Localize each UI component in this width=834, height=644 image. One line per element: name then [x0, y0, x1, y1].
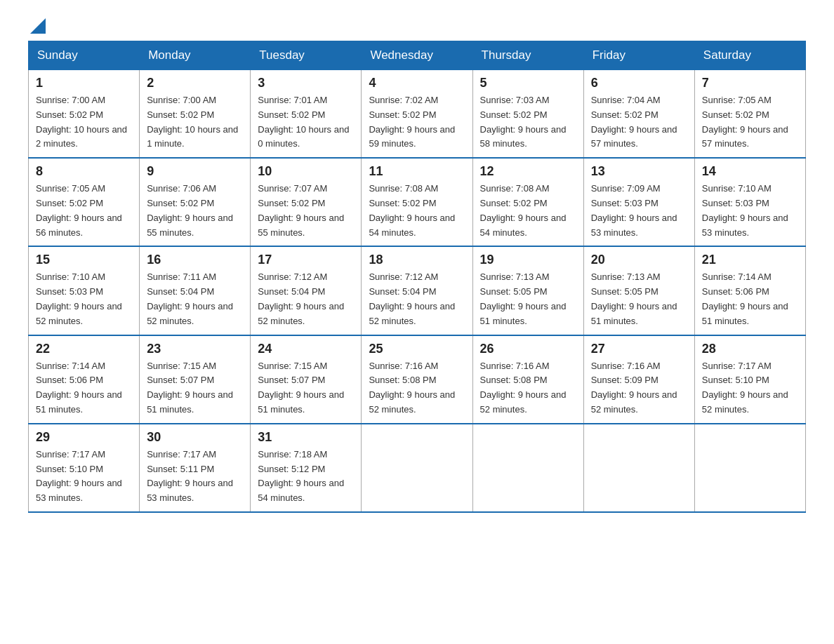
day-number: 31 [258, 430, 354, 445]
day-info: Sunrise: 7:05 AMSunset: 5:02 PMDaylight:… [702, 93, 798, 152]
day-number: 12 [480, 164, 576, 179]
day-info: Sunrise: 7:02 AMSunset: 5:02 PMDaylight:… [369, 93, 465, 152]
calendar-cell [583, 424, 694, 512]
day-number: 13 [591, 164, 687, 179]
day-number: 3 [258, 76, 354, 90]
calendar-cell: 19 Sunrise: 7:13 AMSunset: 5:05 PMDaylig… [472, 246, 583, 335]
calendar-cell: 8 Sunrise: 7:05 AMSunset: 5:02 PMDayligh… [29, 158, 140, 246]
header-tuesday: Tuesday [251, 41, 362, 70]
week-row-3: 15 Sunrise: 7:10 AMSunset: 5:03 PMDaylig… [29, 246, 806, 335]
calendar-cell [694, 424, 805, 512]
day-info: Sunrise: 7:11 AMSunset: 5:04 PMDaylight:… [147, 270, 243, 328]
calendar-cell: 16 Sunrise: 7:11 AMSunset: 5:04 PMDaylig… [140, 246, 251, 335]
calendar-cell: 27 Sunrise: 7:16 AMSunset: 5:09 PMDaylig… [583, 335, 694, 424]
page-header [28, 21, 806, 34]
day-number: 15 [36, 253, 132, 267]
svg-marker-0 [30, 18, 46, 34]
day-info: Sunrise: 7:16 AMSunset: 5:09 PMDaylight:… [591, 359, 687, 417]
day-number: 20 [591, 253, 687, 267]
day-number: 10 [258, 164, 354, 179]
week-row-1: 1 Sunrise: 7:00 AMSunset: 5:02 PMDayligh… [29, 70, 806, 159]
day-number: 23 [147, 342, 243, 356]
week-row-5: 29 Sunrise: 7:17 AMSunset: 5:10 PMDaylig… [29, 424, 806, 512]
day-info: Sunrise: 7:12 AMSunset: 5:04 PMDaylight:… [369, 270, 465, 328]
calendar-table: SundayMondayTuesdayWednesdayThursdayFrid… [28, 41, 806, 513]
calendar-cell: 12 Sunrise: 7:08 AMSunset: 5:02 PMDaylig… [472, 158, 583, 246]
day-info: Sunrise: 7:10 AMSunset: 5:03 PMDaylight:… [702, 182, 798, 240]
calendar-cell: 21 Sunrise: 7:14 AMSunset: 5:06 PMDaylig… [694, 246, 805, 335]
header-thursday: Thursday [472, 41, 583, 70]
calendar-cell: 5 Sunrise: 7:03 AMSunset: 5:02 PMDayligh… [472, 70, 583, 159]
day-info: Sunrise: 7:09 AMSunset: 5:03 PMDaylight:… [591, 182, 687, 240]
day-info: Sunrise: 7:15 AMSunset: 5:07 PMDaylight:… [258, 359, 354, 417]
day-number: 19 [480, 253, 576, 267]
day-number: 6 [591, 76, 687, 90]
day-number: 24 [258, 342, 354, 356]
day-info: Sunrise: 7:04 AMSunset: 5:02 PMDaylight:… [591, 93, 687, 152]
calendar-cell: 11 Sunrise: 7:08 AMSunset: 5:02 PMDaylig… [362, 158, 472, 246]
day-number: 25 [369, 342, 465, 356]
calendar-header-row: SundayMondayTuesdayWednesdayThursdayFrid… [29, 41, 806, 70]
calendar-cell: 17 Sunrise: 7:12 AMSunset: 5:04 PMDaylig… [251, 246, 362, 335]
day-info: Sunrise: 7:08 AMSunset: 5:02 PMDaylight:… [369, 182, 465, 240]
day-info: Sunrise: 7:17 AMSunset: 5:10 PMDaylight:… [36, 448, 132, 506]
day-info: Sunrise: 7:17 AMSunset: 5:11 PMDaylight:… [147, 448, 243, 506]
calendar-cell: 3 Sunrise: 7:01 AMSunset: 5:02 PMDayligh… [251, 70, 362, 159]
calendar-cell: 10 Sunrise: 7:07 AMSunset: 5:02 PMDaylig… [251, 158, 362, 246]
day-number: 8 [36, 164, 132, 179]
day-info: Sunrise: 7:07 AMSunset: 5:02 PMDaylight:… [258, 182, 354, 240]
calendar-cell: 15 Sunrise: 7:10 AMSunset: 5:03 PMDaylig… [29, 246, 140, 335]
header-monday: Monday [140, 41, 251, 70]
day-number: 30 [147, 430, 243, 445]
day-number: 11 [369, 164, 465, 179]
day-info: Sunrise: 7:01 AMSunset: 5:02 PMDaylight:… [258, 93, 354, 152]
calendar-cell: 6 Sunrise: 7:04 AMSunset: 5:02 PMDayligh… [583, 70, 694, 159]
day-info: Sunrise: 7:03 AMSunset: 5:02 PMDaylight:… [480, 93, 576, 152]
calendar-cell: 2 Sunrise: 7:00 AMSunset: 5:02 PMDayligh… [140, 70, 251, 159]
day-info: Sunrise: 7:14 AMSunset: 5:06 PMDaylight:… [36, 359, 132, 417]
calendar-cell [472, 424, 583, 512]
calendar-cell: 7 Sunrise: 7:05 AMSunset: 5:02 PMDayligh… [694, 70, 805, 159]
header-saturday: Saturday [694, 41, 805, 70]
day-info: Sunrise: 7:12 AMSunset: 5:04 PMDaylight:… [258, 270, 354, 328]
week-row-4: 22 Sunrise: 7:14 AMSunset: 5:06 PMDaylig… [29, 335, 806, 424]
day-info: Sunrise: 7:00 AMSunset: 5:02 PMDaylight:… [36, 93, 132, 152]
calendar-cell: 1 Sunrise: 7:00 AMSunset: 5:02 PMDayligh… [29, 70, 140, 159]
header-sunday: Sunday [29, 41, 140, 70]
day-number: 18 [369, 253, 465, 267]
calendar-cell: 22 Sunrise: 7:14 AMSunset: 5:06 PMDaylig… [29, 335, 140, 424]
calendar-cell: 14 Sunrise: 7:10 AMSunset: 5:03 PMDaylig… [694, 158, 805, 246]
calendar-cell: 31 Sunrise: 7:18 AMSunset: 5:12 PMDaylig… [251, 424, 362, 512]
calendar-cell: 26 Sunrise: 7:16 AMSunset: 5:08 PMDaylig… [472, 335, 583, 424]
day-info: Sunrise: 7:15 AMSunset: 5:07 PMDaylight:… [147, 359, 243, 417]
day-number: 7 [702, 76, 798, 90]
calendar-cell: 23 Sunrise: 7:15 AMSunset: 5:07 PMDaylig… [140, 335, 251, 424]
logo-triangle-icon [30, 18, 46, 34]
day-info: Sunrise: 7:16 AMSunset: 5:08 PMDaylight:… [480, 359, 576, 417]
calendar-cell: 18 Sunrise: 7:12 AMSunset: 5:04 PMDaylig… [362, 246, 472, 335]
calendar-cell [362, 424, 472, 512]
day-number: 5 [480, 76, 576, 90]
day-info: Sunrise: 7:16 AMSunset: 5:08 PMDaylight:… [369, 359, 465, 417]
header-friday: Friday [583, 41, 694, 70]
calendar-cell: 24 Sunrise: 7:15 AMSunset: 5:07 PMDaylig… [251, 335, 362, 424]
day-number: 29 [36, 430, 132, 445]
day-info: Sunrise: 7:18 AMSunset: 5:12 PMDaylight:… [258, 448, 354, 506]
day-number: 22 [36, 342, 132, 356]
day-number: 26 [480, 342, 576, 356]
day-info: Sunrise: 7:13 AMSunset: 5:05 PMDaylight:… [591, 270, 687, 328]
day-number: 9 [147, 164, 243, 179]
calendar-cell: 9 Sunrise: 7:06 AMSunset: 5:02 PMDayligh… [140, 158, 251, 246]
day-number: 1 [36, 76, 132, 90]
day-number: 2 [147, 76, 243, 90]
day-number: 14 [702, 164, 798, 179]
day-number: 17 [258, 253, 354, 267]
day-number: 28 [702, 342, 798, 356]
calendar-cell: 20 Sunrise: 7:13 AMSunset: 5:05 PMDaylig… [583, 246, 694, 335]
header-wednesday: Wednesday [362, 41, 472, 70]
day-number: 16 [147, 253, 243, 267]
logo [28, 21, 46, 34]
day-info: Sunrise: 7:05 AMSunset: 5:02 PMDaylight:… [36, 182, 132, 240]
day-info: Sunrise: 7:17 AMSunset: 5:10 PMDaylight:… [702, 359, 798, 417]
day-number: 27 [591, 342, 687, 356]
